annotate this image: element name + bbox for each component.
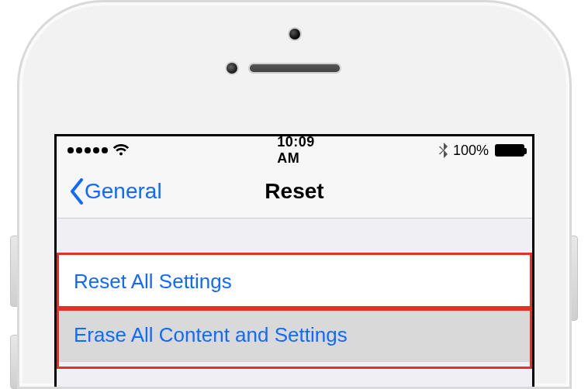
- row-label: Erase All Content and Settings: [74, 323, 348, 347]
- front-camera: [288, 27, 302, 41]
- reset-all-settings-row[interactable]: Reset All Settings: [57, 254, 532, 308]
- earpiece-speaker: [248, 63, 341, 74]
- proximity-sensor: [225, 61, 239, 75]
- chevron-left-icon: [69, 178, 85, 205]
- status-right: 100%: [315, 143, 524, 159]
- row-label: Reset All Settings: [74, 270, 232, 294]
- status-bar: 10:09 AM 100%: [57, 136, 532, 164]
- phone-body: 10:09 AM 100% General: [17, 0, 572, 389]
- status-time: 10:09 AM: [277, 134, 315, 167]
- wifi-icon: [112, 144, 130, 157]
- nav-bar: General Reset: [57, 164, 532, 219]
- back-label: General: [85, 179, 162, 204]
- content: Reset All Settings Erase All Content and…: [57, 219, 532, 387]
- screen: 10:09 AM 100% General: [54, 134, 534, 387]
- back-button[interactable]: General: [61, 164, 170, 218]
- cellular-signal-icon: [67, 147, 108, 153]
- status-left: [67, 144, 277, 157]
- battery-icon: [495, 144, 524, 157]
- battery-percent: 100%: [453, 143, 489, 159]
- bluetooth-icon: [439, 143, 448, 158]
- erase-all-content-row[interactable]: Erase All Content and Settings: [57, 308, 532, 362]
- page-title: Reset: [265, 179, 323, 204]
